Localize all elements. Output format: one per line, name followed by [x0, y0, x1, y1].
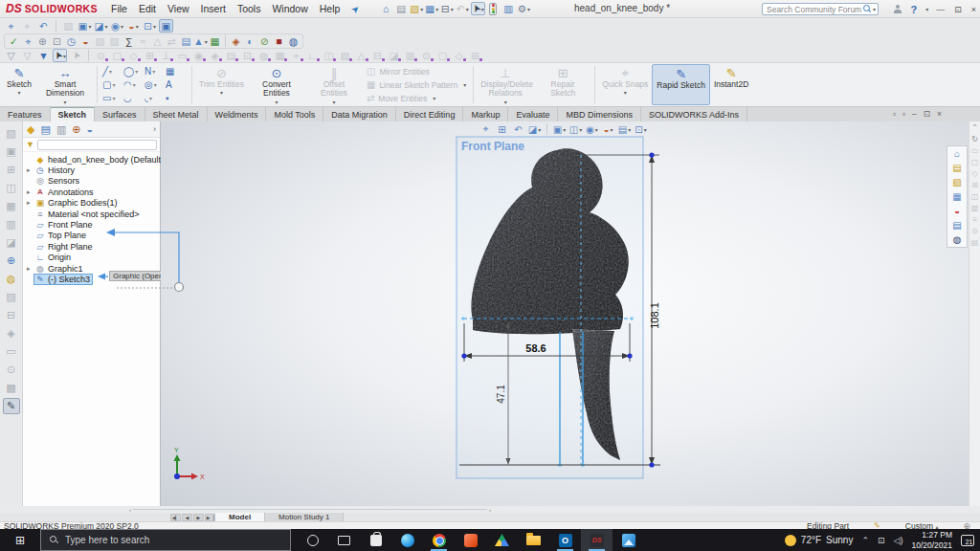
- tab-model[interactable]: Model: [215, 513, 265, 521]
- selection-filter-18-icon[interactable]: ◪: [387, 49, 401, 62]
- open-icon[interactable]: ▧▾: [410, 2, 424, 15]
- selection-filter-12-icon[interactable]: ⌖: [289, 49, 303, 62]
- entity-tool-0-2[interactable]: N▾: [145, 65, 166, 78]
- appearances-icon[interactable]: ◒▾: [126, 19, 141, 33]
- display-icon[interactable]: ⊡: [878, 536, 885, 545]
- app-task-view[interactable]: [328, 529, 360, 551]
- menu-help[interactable]: Help: [314, 3, 346, 14]
- search-dropdown-icon[interactable]: ▾: [873, 6, 876, 12]
- select-icon[interactable]: ➤▾: [471, 2, 485, 15]
- entity-tool-0-1[interactable]: ◯▾: [123, 65, 145, 78]
- quick-snaps-button[interactable]: ⌖Quick Snaps▾: [598, 64, 652, 105]
- filter-funnel-icon[interactable]: ▼: [26, 140, 34, 149]
- featuremanager-tab[interactable]: ◆: [27, 123, 34, 136]
- stop-tool-icon[interactable]: ■: [272, 34, 286, 48]
- zoom-area-icon[interactable]: ⊞: [495, 122, 509, 136]
- measure-icon[interactable]: ⌖: [21, 34, 35, 48]
- compass-tool-icon[interactable]: ◍: [286, 34, 301, 48]
- rapid-sketch-button[interactable]: ✎Rapid Sketch: [652, 64, 710, 105]
- expand-arrow-icon[interactable]: ▸: [27, 265, 34, 273]
- menu-window[interactable]: Window: [266, 3, 313, 14]
- left-tool-1-icon[interactable]: ▣: [3, 143, 20, 160]
- performance-evaluation-icon[interactable]: ◒: [78, 34, 93, 48]
- mirror-entities-button[interactable]: ◫Mirror Entities: [367, 66, 466, 77]
- entity-tool-2-2[interactable]: ◟▾: [145, 92, 166, 105]
- configurationmanager-tab[interactable]: ▥: [56, 123, 66, 136]
- geometry-analysis-icon[interactable]: ▧: [93, 34, 107, 48]
- design-study-icon[interactable]: ◈: [229, 34, 243, 48]
- left-tool-13-icon[interactable]: ⊙: [3, 362, 20, 378]
- tab-mbd-dimensions[interactable]: MBD Dimensions: [558, 107, 641, 121]
- app-outlook[interactable]: [549, 529, 581, 551]
- clock[interactable]: 1:27 PM 10/20/2021: [911, 530, 952, 549]
- tree-item-history[interactable]: ▸◷History: [23, 165, 160, 175]
- zoom-in-out-icon[interactable]: ⌖: [4, 19, 18, 33]
- dimxpertmanager-tab[interactable]: ⊕: [72, 123, 80, 136]
- right-strip-8-icon[interactable]: ▤: [971, 238, 979, 247]
- undo-icon[interactable]: ↶▾: [456, 2, 470, 15]
- app-chrome[interactable]: [423, 529, 455, 551]
- tree-tabs-overflow-icon[interactable]: ›: [153, 124, 156, 134]
- tab-surfaces[interactable]: Surfaces: [95, 107, 145, 121]
- solidworks-forum-tab[interactable]: ◍: [947, 232, 967, 247]
- tab-markup[interactable]: Markup: [463, 107, 508, 121]
- apply-scene-icon[interactable]: ▤▾: [617, 122, 632, 136]
- selection-filter-8-icon[interactable]: ▤: [224, 49, 238, 62]
- start-button[interactable]: ⊞: [0, 529, 40, 551]
- community-search-box[interactable]: Search Community Forum ▾: [762, 3, 879, 15]
- right-strip-5-icon[interactable]: ▥: [971, 204, 979, 212]
- instant2d-button[interactable]: ✎Instant2D: [710, 64, 752, 105]
- menu-view[interactable]: View: [162, 3, 195, 14]
- close-button[interactable]: ×: [971, 5, 976, 14]
- left-tool-10-icon[interactable]: ⊟: [3, 307, 20, 323]
- compare-docs-icon[interactable]: ▤: [179, 34, 193, 48]
- pin-menu-icon[interactable]: ➤: [349, 2, 363, 15]
- section-view-icon[interactable]: ◪▾: [94, 19, 108, 33]
- entity-tool-1-0[interactable]: ▢▾: [102, 78, 123, 92]
- app-edge[interactable]: [391, 529, 423, 551]
- minimize-button[interactable]: —: [936, 5, 945, 14]
- pane-right-button[interactable]: ▫: [902, 109, 905, 119]
- hide-show-items-icon[interactable]: ◉▾: [585, 122, 599, 136]
- horizontal-scrollbar[interactable]: ‹ ›: [129, 506, 491, 513]
- tab-nav-2-button[interactable]: ▶: [193, 514, 204, 521]
- tree-item-material-not-specified-[interactable]: ≡Material <not specified>: [23, 209, 160, 219]
- tab-direct-editing[interactable]: Direct Editing: [396, 107, 464, 121]
- smart-dimension-button[interactable]: ↔Smart Dimension▾: [36, 64, 94, 105]
- tab-motion-study-1[interactable]: Motion Study 1: [265, 513, 344, 521]
- entity-tool-2-3[interactable]: ▪: [166, 92, 187, 105]
- left-tool-7-icon[interactable]: ⊕: [3, 253, 20, 269]
- tree-item-front-plane[interactable]: ▱Front Plane: [23, 219, 160, 230]
- dim-height-value[interactable]: 108.1: [649, 302, 660, 329]
- speaker-icon[interactable]: ◁): [894, 536, 903, 545]
- linear-sketch-pattern-button[interactable]: ▦Linear Sketch Pattern▾: [367, 79, 466, 90]
- display-delete-relations-button[interactable]: ⊥Display/Delete Relations▾: [477, 64, 534, 105]
- zoom-fit-icon[interactable]: ⌖: [479, 122, 493, 136]
- tab-sketch[interactable]: Sketch: [51, 107, 96, 121]
- scroll-left-icon[interactable]: ‹: [129, 507, 131, 513]
- scene-icon[interactable]: ⊡▾: [143, 19, 157, 33]
- dim-offset-value[interactable]: 47.1: [496, 385, 506, 404]
- menu-file[interactable]: File: [105, 3, 133, 14]
- expand-arrow-icon[interactable]: ▸: [27, 188, 34, 196]
- spell-checker-icon[interactable]: ✓: [7, 34, 21, 48]
- selection-filter-17-icon[interactable]: ⊟: [370, 49, 385, 62]
- print-icon[interactable]: ⊟▾: [440, 2, 455, 15]
- new-document-icon[interactable]: ▤: [394, 2, 409, 15]
- graphics-viewport[interactable]: ⌖⊞↶◪▾▣▾◫▾◉▾◒▾▤▾⊡▾ Front Plane: [161, 121, 969, 506]
- app-photos[interactable]: [612, 529, 644, 551]
- user-account-icon[interactable]: [893, 5, 902, 13]
- display-style-icon[interactable]: ◫▾: [568, 122, 583, 136]
- tree-item-top-plane[interactable]: ▱Top Plane: [23, 231, 160, 241]
- restore-button[interactable]: ⊡: [954, 5, 962, 14]
- check-entity-icon[interactable]: ▲▾: [193, 34, 208, 48]
- move-entities-button[interactable]: ⇄Move Entities▾: [367, 93, 466, 103]
- search-icon[interactable]: [863, 5, 872, 13]
- design-checker-icon[interactable]: ▦: [208, 34, 222, 48]
- tab-weldments[interactable]: Weldments: [208, 107, 267, 121]
- app-office[interactable]: [455, 529, 486, 551]
- performance-pipeline-icon[interactable]: [486, 2, 501, 15]
- left-tool-8-icon[interactable]: ◍: [3, 271, 20, 287]
- restore-doc-button[interactable]: ⊡: [924, 109, 930, 119]
- menu-tools[interactable]: Tools: [232, 3, 267, 14]
